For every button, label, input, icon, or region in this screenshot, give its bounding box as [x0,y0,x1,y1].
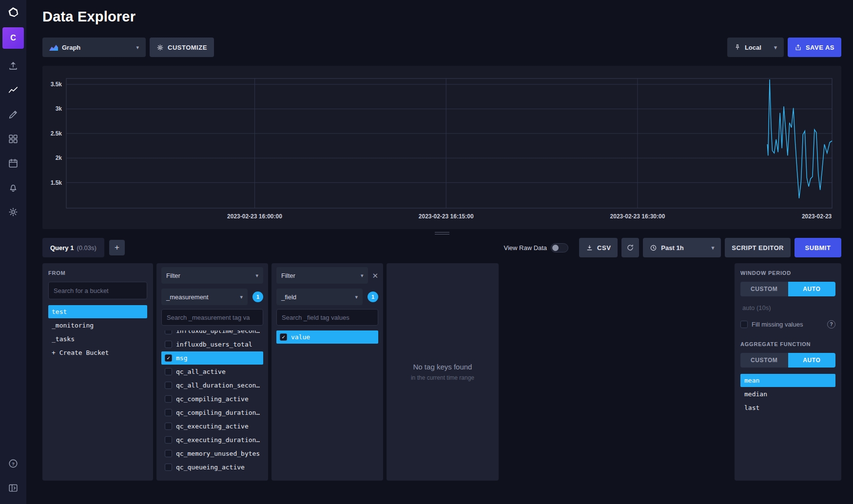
bucket-item[interactable]: test [48,305,147,318]
tag-key-dropdown[interactable]: _field ▾ [276,289,363,305]
measurement-item[interactable]: qc_executing_active [161,420,263,433]
field-search-input[interactable] [276,309,378,326]
help-icon[interactable]: ? [0,451,26,476]
aggregate-custom-button[interactable]: CUSTOM [740,353,788,368]
clock-icon [650,244,657,252]
item-label: test [52,308,67,315]
measurement-item[interactable]: qc_queueing_active [161,461,263,474]
data-explorer-icon[interactable] [0,78,26,102]
org-avatar[interactable]: C [2,27,24,49]
aggregate-mode: CUSTOM AUTO [740,353,835,368]
svg-text:3.5k: 3.5k [51,81,62,88]
aggregate-function-item[interactable]: median [740,388,835,401]
item-checkbox[interactable] [165,341,172,348]
chevron-down-icon: ▾ [136,44,139,51]
main-content: Data Explorer Graph ▾ CUSTOMIZE Local ▾ [26,0,853,481]
fill-missing-checkbox[interactable] [740,321,748,328]
view-raw-data-toggle[interactable] [551,243,568,252]
measurement-item[interactable]: qc_all_duration_secon… [161,379,263,392]
query-tab[interactable]: Query 1 (0.03s) [42,238,104,257]
measurement-item[interactable]: qc_executing_duration… [161,433,263,446]
save-as-button[interactable]: SAVE AS [788,38,841,57]
bucket-item[interactable]: _tasks [48,332,147,346]
export-icon [795,44,802,51]
item-label: value [291,333,310,341]
local-dropdown[interactable]: Local ▾ [727,38,784,57]
close-filter-icon[interactable]: ✕ [372,272,378,279]
nav-sidebar: C ? [0,0,26,504]
window-auto-button[interactable]: AUTO [788,282,836,296]
item-checkbox[interactable] [165,330,172,334]
aggregate-function-item[interactable]: mean [740,374,835,387]
collapse-sidebar-icon[interactable] [0,476,26,500]
measurement-item[interactable]: qc_all_active [161,365,263,378]
bucket-item[interactable]: _monitoring [48,319,147,332]
window-period-title: WINDOW PERIOD [740,270,835,276]
item-checkbox[interactable] [165,409,172,416]
item-checkbox[interactable] [165,464,172,471]
chevron-down-icon: ▾ [774,44,777,51]
notebooks-icon[interactable] [0,102,26,127]
panel-resize-handle[interactable] [435,232,449,234]
item-label: mean [744,377,759,384]
aggregate-auto-button[interactable]: AUTO [788,353,836,368]
time-range-dropdown[interactable]: Past 1h ▾ [643,238,721,257]
add-query-button[interactable]: + [109,240,125,255]
svg-text:3k: 3k [56,105,62,112]
item-checkbox[interactable] [165,423,172,430]
measurement-search-input[interactable] [161,309,263,326]
measurement-item[interactable]: msg [161,351,263,365]
measurement-item[interactable]: qc_memory_unused_bytes [161,447,263,460]
tag-key-dropdown[interactable]: _measurement ▾ [161,289,248,305]
alerts-bell-icon[interactable] [0,175,26,200]
script-editor-button[interactable]: SCRIPT EDITOR [725,238,791,257]
svg-text:2023-02-23: 2023-02-23 [802,213,832,220]
measurement-item[interactable]: influxdb_uptime_secon… [161,330,263,337]
time-series-chart[interactable]: 3.5k3k2.5k2k1.5k2023-02-23 16:00:002023-… [42,66,841,229]
aggregate-function-item[interactable]: last [740,401,835,414]
view-type-dropdown[interactable]: Graph ▾ [42,38,146,57]
save-as-label: SAVE AS [806,44,834,51]
field-filter-panel: Filter ▾ ✕ _field ▾ 1 value [271,263,383,481]
aggregate-title: AGGREGATE FUNCTION [740,341,835,347]
measurement-item[interactable]: qc_compiling_duration… [161,406,263,419]
item-checkbox[interactable] [165,395,172,403]
empty-subtitle: in the current time range [411,374,474,381]
filter-type-dropdown[interactable]: Filter ▾ [276,267,368,284]
bucket-search-input[interactable] [48,282,147,299]
csv-download-button[interactable]: CSV [579,238,618,257]
tasks-calendar-icon[interactable] [0,151,26,175]
item-checkbox[interactable] [280,333,287,341]
chevron-down-icon: ▾ [712,245,715,251]
submit-button[interactable]: SUBMIT [795,238,841,257]
item-checkbox[interactable] [165,450,172,457]
measurement-item[interactable]: qc_compiling_active [161,392,263,406]
dashboards-icon[interactable] [0,127,26,151]
bucket-item[interactable]: + Create Bucket [48,346,147,359]
influxdb-logo-icon[interactable] [0,0,26,25]
item-label: qc_all_active [176,368,226,375]
customize-button[interactable]: CUSTOMIZE [150,38,214,57]
item-checkbox[interactable] [165,436,172,444]
filter-type-dropdown[interactable]: Filter ▾ [161,267,263,284]
chevron-down-icon: ▾ [355,294,358,300]
measurement-item[interactable]: influxdb_users_total [161,338,263,351]
upload-icon[interactable] [0,54,26,78]
window-custom-button[interactable]: CUSTOM [740,282,788,296]
view-raw-data-label: View Raw Data [504,244,547,252]
field-item[interactable]: value [276,330,378,344]
fill-missing-row[interactable]: Fill missing values ? [740,320,835,329]
window-period-mode: CUSTOM AUTO [740,282,835,296]
gear-icon [156,44,164,51]
item-checkbox[interactable] [165,382,172,389]
time-range-label: Past 1h [661,244,683,252]
item-label: qc_compiling_duration… [176,409,260,416]
item-checkbox[interactable] [165,354,172,362]
page-title: Data Explorer [42,9,841,25]
fill-missing-label: Fill missing values [752,321,823,328]
item-label: influxdb_users_total [176,341,252,348]
help-tooltip-icon[interactable]: ? [827,320,835,329]
item-checkbox[interactable] [165,368,172,375]
settings-gear-icon[interactable] [0,200,26,224]
refresh-button[interactable] [621,238,639,257]
